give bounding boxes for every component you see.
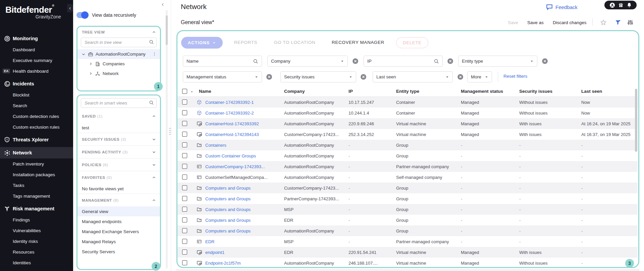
- filter-management-status[interactable]: Management status: [183, 71, 262, 82]
- column-header-name[interactable]: Name: [199, 89, 211, 94]
- smart-view-item-security-servers[interactable]: Security Servers: [77, 247, 160, 257]
- entity-name-link[interactable]: Endpoint-2c1f57m: [205, 261, 280, 266]
- clear-security-issues-filter-icon[interactable]: [360, 74, 367, 80]
- panel-scrollbar[interactable]: [166, 10, 168, 269]
- filter-company[interactable]: Company: [267, 56, 348, 67]
- sidebar-item-threats-xplorer[interactable]: Threats Xplorer: [0, 134, 73, 145]
- entity-name-link[interactable]: Computers and Groups: [205, 228, 280, 233]
- section-header-management[interactable]: MANAGEMENT(8): [77, 194, 160, 206]
- section-header-saved[interactable]: SAVED(1): [77, 110, 160, 123]
- filter-funnel-icon[interactable]: [614, 18, 622, 26]
- sidebar-item-network[interactable]: Network: [0, 147, 73, 158]
- filter-ip[interactable]: IP: [364, 56, 443, 67]
- entity-name-link[interactable]: Container-1742393392-1: [205, 100, 280, 105]
- row-checkbox[interactable]: [182, 164, 187, 169]
- reports-button[interactable]: REPORTS: [234, 40, 257, 45]
- user-icon[interactable]: [609, 2, 615, 8]
- entity-name-link[interactable]: ContainerHost-1742394143: [205, 132, 280, 137]
- entity-name-link[interactable]: Computers and Groups: [205, 186, 280, 191]
- clear-management-status-filter-icon[interactable]: [266, 74, 272, 80]
- column-header-security-issues[interactable]: Security issues: [519, 89, 552, 94]
- actions-dropdown-button[interactable]: ACTIONS: [181, 37, 223, 49]
- row-checkbox[interactable]: [182, 207, 187, 212]
- sliders-icon[interactable]: [626, 18, 634, 26]
- smart-view-item-managed-exchange-servers[interactable]: Managed Exchange Servers: [77, 226, 160, 236]
- filter-name[interactable]: Name: [183, 56, 262, 67]
- sidebar-item-installation-packages[interactable]: Installation packages: [0, 169, 73, 180]
- entity-name-link[interactable]: ContainerHost-1742393392: [205, 121, 280, 126]
- entity-name-link[interactable]: Computers and Groups: [205, 196, 280, 201]
- filter-last-seen[interactable]: Last seen: [373, 71, 453, 82]
- clear-company-filter-icon[interactable]: [352, 58, 359, 64]
- gift-icon[interactable]: [618, 2, 624, 8]
- view-recursively-toggle[interactable]: [76, 12, 89, 18]
- row-checkbox[interactable]: [182, 260, 187, 265]
- discard-changes-button[interactable]: Discard changes: [553, 19, 587, 26]
- save-as-button[interactable]: Save as: [527, 19, 544, 26]
- sidebar-item-custom-detection-rules[interactable]: Custom detection rules: [0, 111, 73, 122]
- sidebar-item-blocklist[interactable]: Blocklist: [0, 89, 73, 100]
- sidebar-item-search[interactable]: Search: [0, 100, 73, 111]
- tree-node-network[interactable]: Network: [77, 69, 160, 78]
- favorite-star-icon[interactable]: [599, 18, 607, 26]
- header-caret-down-icon[interactable]: [190, 90, 194, 93]
- sidebar-collapse-button[interactable]: [67, 4, 73, 12]
- row-checkbox[interactable]: [182, 250, 187, 255]
- entity-name-link[interactable]: Computers and Groups: [205, 207, 280, 212]
- entity-name-link[interactable]: Custom Container Groups: [205, 153, 280, 158]
- entity-name-link[interactable]: Computers and Groups: [205, 218, 280, 223]
- row-checkbox[interactable]: [182, 175, 187, 180]
- sidebar-item-custom-exclusion-rules[interactable]: Custom exclusion rules: [0, 122, 73, 132]
- sidebar-item-resources[interactable]: Resources: [0, 247, 73, 257]
- filter-more[interactable]: More: [467, 71, 492, 82]
- tree-search-input[interactable]: [81, 38, 157, 47]
- row-checkbox[interactable]: [182, 196, 187, 201]
- row-checkbox[interactable]: [182, 142, 187, 147]
- smart-view-item-test[interactable]: test: [77, 123, 160, 133]
- clear-ip-filter-icon[interactable]: [447, 58, 453, 64]
- section-header-policies[interactable]: POLICIES(6): [77, 158, 160, 171]
- column-header-company[interactable]: Company: [284, 89, 305, 94]
- row-checkbox[interactable]: [182, 228, 187, 233]
- column-header-last-seen[interactable]: Last seen: [581, 89, 602, 94]
- clear-last-seen-filter-icon[interactable]: [457, 74, 464, 80]
- clear-entity-type-filter-icon[interactable]: [542, 58, 548, 64]
- table-scrollbar-thumb[interactable]: [635, 89, 637, 152]
- sidebar-item-tags-management[interactable]: Tags management: [0, 191, 73, 201]
- row-checkbox[interactable]: [182, 132, 187, 137]
- entity-name-link[interactable]: Container-1742393392-2: [205, 111, 280, 116]
- recovery-manager-button[interactable]: RECOVERY MANAGER: [332, 40, 384, 45]
- section-header-pending-activity[interactable]: PENDING ACTIVITY(3): [77, 145, 160, 158]
- reset-filters-link[interactable]: Reset filters: [503, 74, 527, 79]
- row-checkbox[interactable]: [182, 99, 187, 105]
- delete-button[interactable]: DELETE: [396, 37, 428, 48]
- entity-name-link[interactable]: endpoint1: [205, 250, 280, 255]
- save-button[interactable]: Save: [508, 19, 518, 26]
- sidebar-item-findings[interactable]: Findings: [0, 214, 73, 225]
- tree-node-companies[interactable]: Companies: [77, 59, 160, 69]
- sidebar-item-identity-risks[interactable]: Identity risks: [0, 236, 73, 247]
- filter-entity-type[interactable]: Entity type: [458, 56, 537, 67]
- sidebar-item-executive-summary[interactable]: Executive summary: [0, 55, 73, 66]
- filter-security-issues[interactable]: Security issues: [280, 71, 356, 82]
- go-to-location-button[interactable]: GO TO LOCATION: [274, 40, 315, 45]
- smart-view-item-general-view[interactable]: General view: [77, 206, 160, 216]
- smart-view-item-managed-relays[interactable]: Managed Relays: [77, 236, 160, 247]
- sidebar-item-patch-inventory[interactable]: Patch inventory: [0, 158, 73, 169]
- select-all-checkbox[interactable]: [182, 89, 187, 94]
- entity-name-link[interactable]: EDR: [205, 239, 280, 244]
- row-checkbox[interactable]: [182, 153, 187, 158]
- scrollbar-thumb[interactable]: [166, 15, 168, 45]
- section-header-favorites[interactable]: FAVORITES(0): [77, 171, 160, 184]
- panel-collapse-button[interactable]: [161, 3, 165, 6]
- column-header-management-status[interactable]: Management status: [461, 89, 503, 94]
- sidebar-item-dashboard[interactable]: Dashboard: [0, 44, 73, 55]
- row-checkbox[interactable]: [182, 217, 187, 222]
- sidebar-item-monitoring[interactable]: Monitoring: [0, 33, 73, 44]
- row-checkbox[interactable]: [182, 185, 187, 190]
- sidebar-item-risk-management[interactable]: Risk management: [0, 203, 73, 214]
- entity-name-link[interactable]: CustomerCompany-1742393...: [205, 164, 280, 169]
- section-header-security-issues[interactable]: SECURITY ISSUES(3): [77, 133, 160, 145]
- column-header-ip[interactable]: IP: [348, 89, 353, 94]
- sidebar-item-identities[interactable]: Identities: [0, 257, 73, 268]
